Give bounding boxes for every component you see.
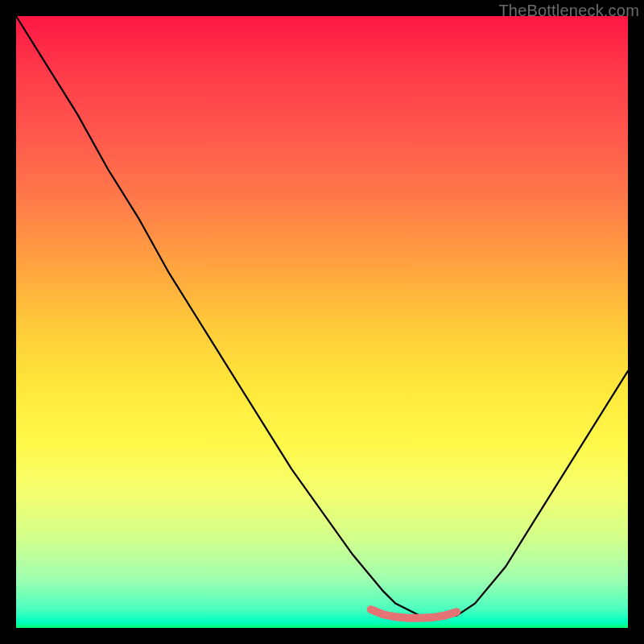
- bottleneck-curve: [16, 16, 628, 616]
- chart-container: TheBottleneck.com: [0, 0, 644, 644]
- bottom-strip: [16, 625, 628, 628]
- optimal-range-marker: [371, 609, 456, 618]
- chart-svg: [16, 16, 628, 628]
- plot-area: [16, 16, 628, 628]
